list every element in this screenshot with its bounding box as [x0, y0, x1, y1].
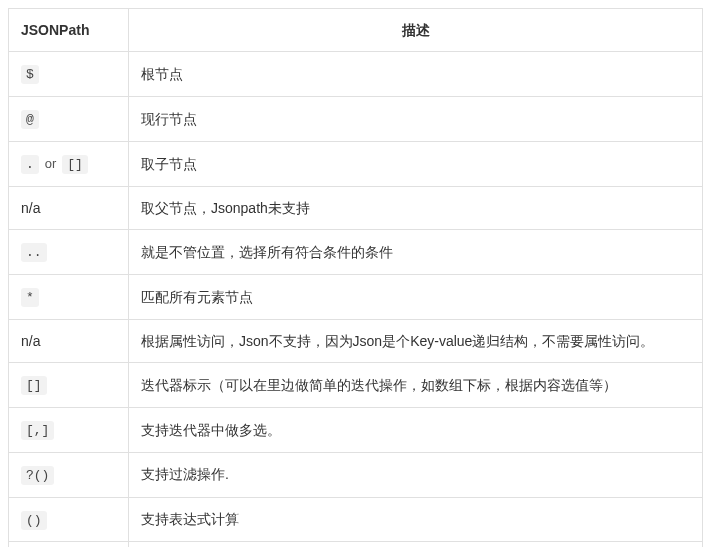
table-row: n/a 分组，JsonPath不支持	[9, 542, 703, 547]
jsonpath-cell: n/a	[9, 319, 129, 362]
jsonpath-token: []	[21, 376, 47, 395]
jsonpath-token: ()	[21, 511, 47, 530]
jsonpath-cell: []	[9, 363, 129, 408]
description-cell: 支持表达式计算	[129, 497, 703, 542]
or-label: or	[43, 156, 59, 171]
description-cell: 支持迭代器中做多选。	[129, 407, 703, 452]
header-description: 描述	[129, 9, 703, 52]
jsonpath-token: [,]	[21, 421, 54, 440]
description-cell: 取子节点	[129, 141, 703, 186]
jsonpath-cell: . or []	[9, 141, 129, 186]
description-cell: 现行节点	[129, 97, 703, 142]
jsonpath-cell: $	[9, 52, 129, 97]
jsonpath-reference-table: JSONPath 描述 $ 根节点 @ 现行节点 . or [] 取子节点 n/…	[8, 8, 703, 547]
description-cell: 支持过滤操作.	[129, 452, 703, 497]
table-row: () 支持表达式计算	[9, 497, 703, 542]
jsonpath-token: ..	[21, 243, 47, 262]
jsonpath-token: []	[62, 155, 88, 174]
jsonpath-token: ?()	[21, 466, 54, 485]
description-cell: 取父节点，Jsonpath未支持	[129, 186, 703, 229]
jsonpath-cell: *	[9, 274, 129, 319]
table-row: n/a 根据属性访问，Json不支持，因为Json是个Key-value递归结构…	[9, 319, 703, 362]
jsonpath-plain: n/a	[21, 200, 40, 216]
table-body: $ 根节点 @ 现行节点 . or [] 取子节点 n/a 取父节点，Jsonp…	[9, 52, 703, 547]
jsonpath-token: @	[21, 110, 39, 129]
jsonpath-cell: n/a	[9, 186, 129, 229]
jsonpath-cell: [,]	[9, 407, 129, 452]
description-cell: 分组，JsonPath不支持	[129, 542, 703, 547]
table-row: . or [] 取子节点	[9, 141, 703, 186]
table-row: [] 迭代器标示（可以在里边做简单的迭代操作，如数组下标，根据内容选值等）	[9, 363, 703, 408]
jsonpath-cell: n/a	[9, 542, 129, 547]
table-row: @ 现行节点	[9, 97, 703, 142]
jsonpath-cell: ..	[9, 230, 129, 275]
description-cell: 根节点	[129, 52, 703, 97]
table-header-row: JSONPath 描述	[9, 9, 703, 52]
header-jsonpath: JSONPath	[9, 9, 129, 52]
table-row: .. 就是不管位置，选择所有符合条件的条件	[9, 230, 703, 275]
description-cell: 就是不管位置，选择所有符合条件的条件	[129, 230, 703, 275]
description-cell: 匹配所有元素节点	[129, 274, 703, 319]
jsonpath-token: *	[21, 288, 39, 307]
table-row: * 匹配所有元素节点	[9, 274, 703, 319]
description-cell: 迭代器标示（可以在里边做简单的迭代操作，如数组下标，根据内容选值等）	[129, 363, 703, 408]
jsonpath-cell: @	[9, 97, 129, 142]
jsonpath-cell: ()	[9, 497, 129, 542]
jsonpath-token: .	[21, 155, 39, 174]
jsonpath-token: $	[21, 65, 39, 84]
table-row: [,] 支持迭代器中做多选。	[9, 407, 703, 452]
table-row: ?() 支持过滤操作.	[9, 452, 703, 497]
description-cell: 根据属性访问，Json不支持，因为Json是个Key-value递归结构，不需要…	[129, 319, 703, 362]
table-row: n/a 取父节点，Jsonpath未支持	[9, 186, 703, 229]
jsonpath-plain: n/a	[21, 333, 40, 349]
table-row: $ 根节点	[9, 52, 703, 97]
jsonpath-cell: ?()	[9, 452, 129, 497]
